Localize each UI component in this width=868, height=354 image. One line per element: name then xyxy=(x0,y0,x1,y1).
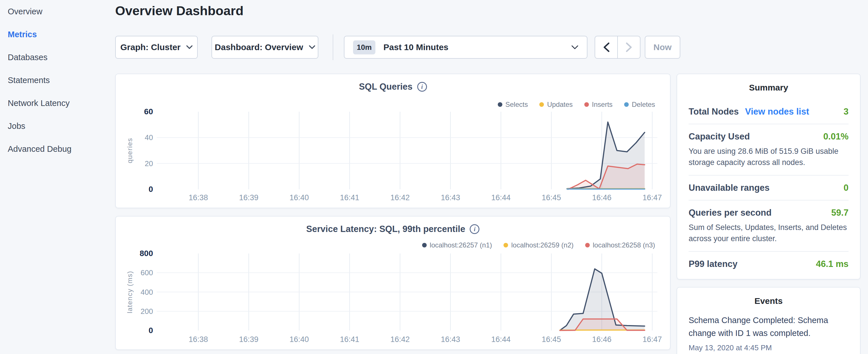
svg-text:16:40: 16:40 xyxy=(289,335,309,344)
summary-row-unavailable-ranges: Unavailable ranges0 xyxy=(689,175,848,200)
svg-text:16:39: 16:39 xyxy=(239,193,258,202)
svg-text:16:38: 16:38 xyxy=(189,193,208,202)
summary-desc-queries-per-second: Sum of Selects, Updates, Inserts, and De… xyxy=(689,222,848,244)
events-panel: Events Schema Change Completed: Schema c… xyxy=(677,287,861,354)
svg-text:16:40: 16:40 xyxy=(289,193,309,202)
summary-rows: Total NodesView nodes list3Capacity Used… xyxy=(677,99,860,276)
svg-text:16:47: 16:47 xyxy=(643,335,662,344)
svg-text:600: 600 xyxy=(141,268,153,277)
svg-text:queries: queries xyxy=(126,138,133,163)
svg-text:16:47: 16:47 xyxy=(643,193,662,202)
dashboard-dropdown-label: Dashboard: Overview xyxy=(215,42,303,52)
svg-text:20: 20 xyxy=(145,159,153,168)
event-message: Schema Change Completed: Schema change w… xyxy=(689,314,848,340)
summary-value-unavailable-ranges: 0 xyxy=(844,183,848,193)
chevron-down-icon xyxy=(309,45,315,49)
sidebar-item-network-latency[interactable]: Network Latency xyxy=(0,92,115,115)
summary-label-total-nodes: Total Nodes xyxy=(689,106,739,117)
svg-text:16:39: 16:39 xyxy=(239,335,258,344)
summary-desc-capacity-used: You are using 28.6 MiB of 515.9 GiB usab… xyxy=(689,146,848,168)
sidebar-item-statements[interactable]: Statements xyxy=(0,69,115,92)
svg-text:16:44: 16:44 xyxy=(491,193,510,202)
time-window-selector[interactable]: 10m Past 10 Minutes xyxy=(344,36,587,59)
summary-value-total-nodes: 3 xyxy=(844,106,848,117)
chevron-down-icon xyxy=(571,45,578,50)
event-item: Schema Change Completed: Schema change w… xyxy=(677,314,860,352)
next-time-button[interactable] xyxy=(618,36,640,58)
time-pager xyxy=(595,36,641,59)
svg-text:16:45: 16:45 xyxy=(541,335,561,344)
summary-label-p99-latency: P99 latency xyxy=(689,259,738,269)
svg-text:40: 40 xyxy=(145,133,153,142)
svg-text:16:43: 16:43 xyxy=(441,335,460,344)
sidebar-item-jobs[interactable]: Jobs xyxy=(0,115,115,137)
summary-label-queries-per-second: Queries per second xyxy=(689,207,771,218)
svg-text:16:41: 16:41 xyxy=(340,335,359,344)
summary-panel: Summary Total NodesView nodes list3Capac… xyxy=(677,74,861,280)
graph-scope-dropdown-label: Graph: Cluster xyxy=(120,42,181,52)
db-console-page: OverviewMetricsDatabasesStatementsNetwor… xyxy=(0,0,868,354)
svg-text:16:43: 16:43 xyxy=(441,193,460,202)
sidebar-item-overview[interactable]: Overview xyxy=(0,0,115,23)
svg-text:16:42: 16:42 xyxy=(390,193,410,202)
time-window-badge: 10m xyxy=(353,40,375,55)
svg-text:800: 800 xyxy=(140,249,153,258)
chevron-right-icon xyxy=(626,42,632,52)
svg-text:0: 0 xyxy=(149,326,153,335)
svg-text:16:42: 16:42 xyxy=(390,335,410,344)
page-title: Overview Dashboard xyxy=(115,3,244,18)
summary-row-p99-latency: P99 latency46.1 ms xyxy=(689,251,848,276)
summary-label-capacity-used: Capacity Used xyxy=(689,131,750,142)
controls-divider xyxy=(333,34,333,60)
events-title: Events xyxy=(677,296,860,306)
now-button[interactable]: Now xyxy=(645,36,680,59)
sidebar-item-metrics[interactable]: Metrics xyxy=(0,23,115,46)
svg-text:16:44: 16:44 xyxy=(491,335,510,344)
svg-text:400: 400 xyxy=(141,288,153,296)
svg-text:16:46: 16:46 xyxy=(592,335,612,344)
chevron-down-icon xyxy=(186,45,192,49)
sql-queries-plot: 16:3816:3916:4016:4116:4216:4316:4416:45… xyxy=(116,74,670,207)
summary-value-capacity-used: 0.01% xyxy=(823,131,848,142)
sidebar-item-advanced-debug[interactable]: Advanced Debug xyxy=(0,137,115,160)
summary-row-queries-per-second: Queries per second59.7Sum of Selects, Up… xyxy=(689,200,848,251)
svg-text:16:46: 16:46 xyxy=(592,193,612,202)
service-latency-plot: 16:3816:3916:4016:4116:4216:4316:4416:45… xyxy=(116,217,670,349)
svg-text:latency (ms): latency (ms) xyxy=(126,271,133,313)
sidebar-nav: OverviewMetricsDatabasesStatementsNetwor… xyxy=(0,0,115,354)
chevron-left-icon xyxy=(603,42,610,52)
svg-text:200: 200 xyxy=(141,307,153,316)
svg-text:60: 60 xyxy=(144,107,153,116)
prev-time-button[interactable] xyxy=(595,36,618,58)
svg-text:0: 0 xyxy=(149,185,153,194)
sql-queries-chart-card: SQL Queries i SelectsUpdatesInsertsDelet… xyxy=(115,74,671,208)
event-timestamp: May 13, 2020 at 4:45 PM xyxy=(689,344,848,352)
svg-text:16:38: 16:38 xyxy=(189,335,208,344)
summary-title: Summary xyxy=(677,83,860,93)
summary-value-p99-latency: 46.1 ms xyxy=(816,259,848,269)
summary-label-unavailable-ranges: Unavailable ranges xyxy=(689,183,770,193)
dashboard-dropdown[interactable]: Dashboard: Overview xyxy=(212,36,318,59)
svg-text:16:41: 16:41 xyxy=(340,193,359,202)
service-latency-chart-card: Service Latency: SQL, 99th percentile i … xyxy=(115,216,671,350)
graph-scope-dropdown[interactable]: Graph: Cluster xyxy=(115,36,198,59)
view-nodes-list-link[interactable]: View nodes list xyxy=(745,106,809,117)
svg-text:16:45: 16:45 xyxy=(541,193,561,202)
summary-value-queries-per-second: 59.7 xyxy=(831,207,848,218)
time-window-label: Past 10 Minutes xyxy=(383,42,448,52)
summary-row-capacity-used: Capacity Used0.01%You are using 28.6 MiB… xyxy=(689,124,848,175)
sidebar-item-databases[interactable]: Databases xyxy=(0,46,115,69)
summary-row-total-nodes: Total NodesView nodes list3 xyxy=(689,99,848,124)
